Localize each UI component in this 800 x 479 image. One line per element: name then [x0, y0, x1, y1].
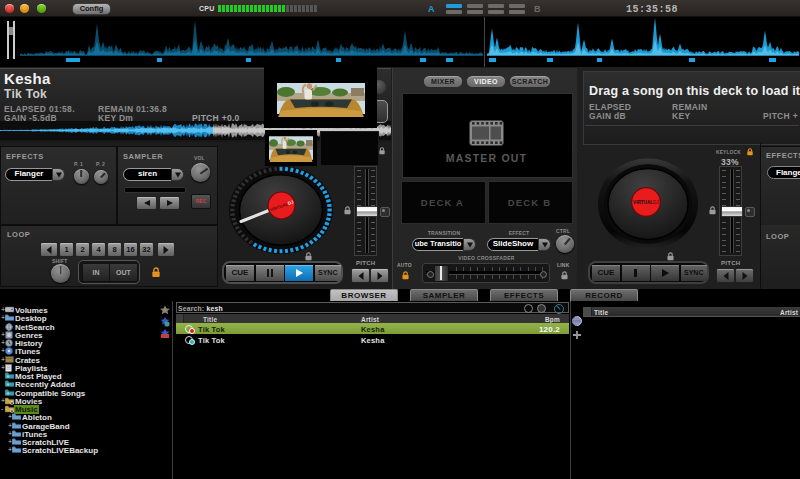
svg-text:VIRTUALDJ: VIRTUALDJ [633, 200, 659, 205]
